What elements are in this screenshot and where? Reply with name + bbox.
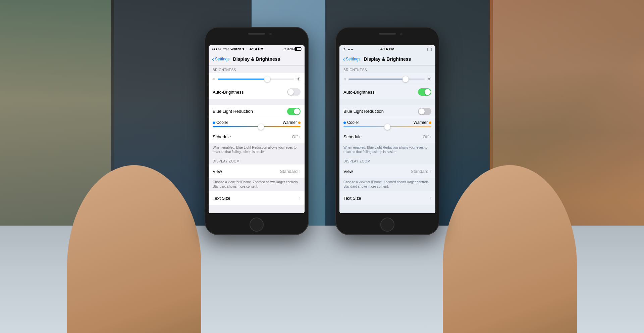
- time-2: 4:14 PM: [380, 47, 394, 51]
- battery-bars-2: ||||: [427, 47, 432, 51]
- view-chevron-1: ›: [299, 169, 301, 174]
- schedule-value-1: Off: [292, 134, 298, 139]
- temp-slider-2[interactable]: [343, 126, 431, 127]
- warmer-label-1: Warmer: [283, 120, 301, 125]
- auto-brightness-toggle-1[interactable]: [287, 88, 301, 96]
- text-size-row-1[interactable]: Text Size ›: [209, 191, 305, 205]
- brightness-group-1: ☀ ☀ Auto-Brightness: [209, 73, 305, 99]
- display-zoom-group-1: View Standard ›: [209, 164, 305, 178]
- view-label-2: View: [343, 169, 411, 174]
- brightness-knob-1[interactable]: [264, 76, 270, 82]
- back-label-1: Settings: [215, 57, 229, 61]
- gap-2a: [339, 99, 435, 105]
- brightness-fill-2: [348, 79, 406, 80]
- schedule-row-1[interactable]: Schedule Off ›: [209, 130, 305, 143]
- view-label-1: View: [213, 169, 280, 174]
- phone-2-screen: ✈ ▲▲ 4:14 PM |||| ‹ Settings Display & B…: [339, 45, 435, 213]
- blue-light-row-2: Blue Light Reduction: [339, 105, 435, 118]
- nav-title-2: Display & Brightness: [364, 56, 411, 62]
- schedule-label-2: Schedule: [343, 134, 423, 139]
- text-size-chevron-2: ›: [430, 195, 431, 201]
- sun-large-icon-1: ☀: [296, 76, 301, 82]
- temp-knob-1[interactable]: [258, 124, 264, 130]
- front-camera-2: [400, 33, 402, 35]
- phone-1: ●●●○○ •••○○ Verizon ✈ 4:14 PM ✦ 37% ‹ Se…: [205, 27, 309, 235]
- cooler-dot-2: [343, 122, 346, 124]
- temp-slider-1[interactable]: [213, 126, 301, 127]
- wifi-icon-2: ▲▲: [347, 47, 354, 51]
- sun-large-icon-2: ☀: [427, 76, 431, 82]
- cooler-label-2: Cooler: [343, 120, 359, 125]
- home-button-2[interactable]: [380, 218, 394, 232]
- brightness-row-1: ☀ ☀: [209, 73, 305, 85]
- sun-small-icon-2: ☀: [343, 77, 346, 81]
- brightness-row-2: ☀ ☀: [339, 73, 435, 85]
- blue-light-knob-1: [294, 108, 300, 114]
- earpiece-2: [379, 33, 396, 35]
- temp-labels-1: Cooler Warmer: [213, 120, 301, 125]
- brightness-header-2: BRIGHTNESS: [339, 65, 435, 73]
- text-size-group-2: Text Size ›: [339, 191, 435, 205]
- text-size-label-2: Text Size: [343, 196, 430, 201]
- status-bar-1-left: ●●●○○ •••○○ Verizon ✈: [212, 47, 245, 51]
- blue-light-knob-2: [419, 108, 425, 114]
- schedule-chevron-2: ›: [430, 134, 431, 139]
- text-size-label-1: Text Size: [213, 196, 299, 201]
- settings-content-1: BRIGHTNESS ☀ ☀ Auto-Brightness: [209, 65, 305, 213]
- carrier-label-1: •••○○ Verizon ✈: [223, 47, 245, 51]
- temp-row-1: Cooler Warmer: [209, 118, 305, 130]
- schedule-label-1: Schedule: [213, 134, 292, 139]
- status-bar-1-right: ✦ 37%: [284, 47, 301, 51]
- airplane-icon-2: ✈: [343, 47, 345, 51]
- text-size-row-2[interactable]: Text Size ›: [339, 191, 435, 205]
- view-value-2: Standard: [411, 169, 429, 174]
- blue-light-note-2: When enabled, Blue Light Reduction allow…: [339, 143, 435, 157]
- back-button-2[interactable]: ‹ Settings: [343, 56, 360, 62]
- phone-2: ✈ ▲▲ 4:14 PM |||| ‹ Settings Display & B…: [335, 27, 439, 235]
- temp-knob-2[interactable]: [384, 124, 390, 130]
- view-row-2[interactable]: View Standard ›: [339, 164, 435, 178]
- brightness-fill-1: [218, 79, 267, 80]
- blue-light-group-2: Blue Light Reduction Cooler Wa: [339, 105, 435, 143]
- view-note-2: Choose a view for iPhone. Zoomed shows l…: [339, 178, 435, 191]
- nav-bar-2: ‹ Settings Display & Brightness: [339, 53, 435, 65]
- blue-light-row-1: Blue Light Reduction: [209, 105, 305, 118]
- temp-row-2: Cooler Warmer: [339, 118, 435, 130]
- cooler-label-1: Cooler: [213, 120, 228, 125]
- back-button-1[interactable]: ‹ Settings: [212, 56, 229, 62]
- display-zoom-group-2: View Standard ›: [339, 164, 435, 178]
- back-label-2: Settings: [346, 57, 360, 61]
- back-arrow-icon-1: ‹: [212, 56, 214, 62]
- schedule-chevron-1: ›: [299, 134, 301, 139]
- text-size-group-1: Text Size ›: [209, 191, 305, 205]
- nav-title-1: Display & Brightness: [233, 56, 280, 62]
- warmer-dot-2: [429, 122, 431, 124]
- brightness-slider-2[interactable]: [348, 79, 425, 80]
- display-zoom-header-2: DISPLAY ZOOM: [339, 157, 435, 164]
- back-arrow-icon-2: ‹: [343, 56, 345, 62]
- auto-brightness-row-1: Auto-Brightness: [209, 85, 305, 99]
- display-zoom-header-1: DISPLAY ZOOM: [209, 157, 305, 164]
- home-button-1[interactable]: [250, 218, 264, 232]
- schedule-value-2: Off: [423, 134, 428, 139]
- brightness-knob-2[interactable]: [402, 76, 409, 82]
- auto-brightness-toggle-2[interactable]: [418, 88, 431, 96]
- view-row-1[interactable]: View Standard ›: [209, 164, 305, 178]
- auto-brightness-knob-2: [425, 89, 431, 95]
- blue-light-toggle-1[interactable]: [287, 108, 301, 115]
- status-bar-2: ✈ ▲▲ 4:14 PM ||||: [339, 45, 435, 53]
- brightness-slider-1[interactable]: [218, 79, 294, 80]
- gap-1a: [209, 99, 305, 105]
- blue-light-group-1: Blue Light Reduction Cooler Wa: [209, 105, 305, 143]
- schedule-row-2[interactable]: Schedule Off ›: [339, 130, 435, 143]
- blue-light-toggle-2[interactable]: [418, 108, 431, 115]
- phone-1-screen: ●●●○○ •••○○ Verizon ✈ 4:14 PM ✦ 37% ‹ Se…: [209, 45, 305, 213]
- auto-brightness-row-2: Auto-Brightness: [339, 85, 435, 99]
- battery-icon-1: [294, 47, 301, 51]
- battery-percent-1: 37%: [287, 47, 293, 51]
- time-1: 4:14 PM: [250, 47, 264, 51]
- earpiece-1: [248, 33, 265, 35]
- front-camera-1: [269, 33, 272, 35]
- phones-container: ●●●○○ •••○○ Verizon ✈ 4:14 PM ✦ 37% ‹ Se…: [0, 0, 644, 333]
- warmer-label-2: Warmer: [414, 120, 431, 125]
